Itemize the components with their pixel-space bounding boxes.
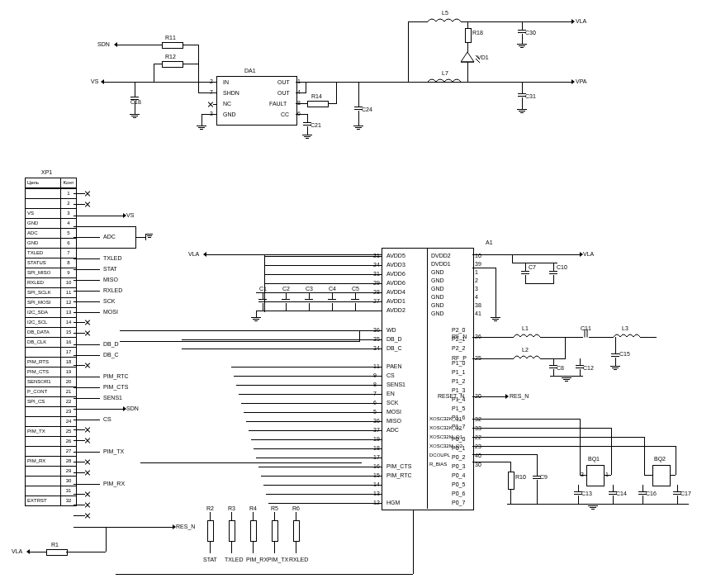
xp1-sig-2	[26, 199, 61, 209]
wire-cc	[296, 114, 307, 115]
stub-pimrx: PIM_RX	[103, 481, 125, 486]
stub-pimcts: PIM_CTS	[103, 384, 128, 390]
w-stub-txled	[73, 258, 100, 259]
xp1-pin-8: 8	[61, 258, 77, 268]
c12-ref: C12	[583, 365, 594, 371]
a1-p1-3: P1_3	[452, 387, 465, 393]
c18-sym	[130, 97, 139, 97]
xp1-stub-27	[73, 472, 85, 473]
a1-p0-7: P0_7	[452, 500, 465, 505]
a1-r-GND3: GND	[431, 277, 444, 283]
c18-ref: C18	[130, 99, 141, 105]
c2-el: C2	[282, 286, 290, 292]
w-dcoupl	[472, 454, 537, 455]
a1-llw-11	[258, 467, 382, 467]
xp1-pin-3: 3	[61, 209, 77, 219]
xp1-sig-26	[26, 437, 61, 447]
a1-llw-12	[261, 476, 382, 477]
net-sdn-xp1: SDN	[126, 405, 139, 411]
r3: R3	[228, 505, 235, 511]
r18-symbol	[465, 28, 472, 43]
c16	[643, 496, 643, 504]
w-bq2-l	[644, 475, 652, 476]
w-xosc32m2	[472, 446, 676, 447]
c14	[613, 496, 614, 504]
w-stub-pimrtc	[73, 377, 100, 377]
a1-rn-1: 39	[475, 261, 481, 267]
c15-ref: C15	[619, 351, 630, 357]
a1-p1-5: P1_5	[452, 405, 465, 411]
r10-sym	[508, 472, 514, 490]
a1-ll-12: PIM_RTC	[386, 472, 412, 478]
w-stub-rxled	[73, 291, 100, 292]
r2: R2	[206, 505, 214, 511]
c11-l	[573, 337, 583, 338]
a1-r-DVDD11: DVDD1	[431, 261, 451, 267]
r2	[207, 520, 214, 542]
xp1-sig-21: P_CONT	[26, 387, 61, 397]
xp1-sig-15: DB_DATA	[26, 328, 61, 338]
xp1-sig-18: PIM_RTS	[26, 358, 61, 368]
xp1-nc-24	[85, 438, 90, 443]
gnd-dvdd-h	[472, 268, 496, 268]
c31-ref: C31	[525, 93, 536, 99]
bq2-sym	[652, 465, 671, 486]
w-xo3-v	[644, 437, 645, 475]
xp1-nc-23	[85, 427, 90, 432]
xp1-sig-9: SPI_MISO	[26, 268, 61, 278]
a1-l-AVDD15: AVDD1	[386, 298, 405, 304]
a1-p2-2: P2_2	[452, 345, 465, 351]
bottom-bus	[116, 574, 413, 575]
r5	[272, 520, 278, 542]
c7c10-bot	[525, 283, 554, 284]
xp1-sig-23	[26, 407, 61, 417]
a1-p2-0: P2_0	[452, 327, 465, 333]
xp1-pin-16: 16	[61, 338, 77, 348]
xp1-stub-24	[73, 440, 85, 441]
wire-rfp	[472, 358, 514, 359]
net-vs-top: VS	[91, 78, 98, 84]
c24-lead-b	[358, 111, 359, 126]
wire-xp1-gnd-ext	[135, 237, 145, 238]
xp1-sig-11: SPI_SCLK	[26, 288, 61, 298]
xp1-pin-24: 24	[61, 417, 77, 427]
da1-pin-out2: OUT	[277, 90, 290, 96]
a1-rn-3: 2	[475, 277, 478, 283]
xp1-sig-30	[26, 477, 61, 486]
l3-sym	[614, 332, 640, 339]
da1-ref: DA1	[244, 68, 256, 74]
a1-p1-1: P1_1	[452, 369, 465, 375]
rf-p-label: RF_P	[452, 355, 467, 361]
c4-el: C4	[329, 286, 336, 292]
w-bq2-r	[670, 475, 676, 476]
xp1-nc-1	[85, 191, 90, 196]
a1-llw-8	[251, 439, 382, 440]
c3-el: C3	[306, 286, 313, 292]
c4-el	[332, 292, 333, 299]
xp1-stub-30	[73, 505, 85, 505]
r1-v	[106, 527, 107, 552]
a1-r-GND2: GND	[431, 269, 444, 275]
l7-ref: L7	[442, 70, 448, 76]
xtal-gnd-bus	[507, 504, 689, 505]
xp1-stub-23	[73, 429, 85, 430]
reset-label: RESET_N	[438, 393, 464, 399]
wire-l5-l	[408, 21, 428, 22]
da1-pin-fault: FAULT	[269, 101, 287, 107]
c13: C13	[581, 491, 592, 496]
c30-lead-b	[522, 34, 523, 44]
net-vla-dvdd: VLA	[583, 251, 594, 257]
xp1-stub-31	[73, 515, 85, 516]
r1-symbol	[46, 549, 68, 556]
a1-p0-2: P0_2	[452, 454, 465, 460]
bottom-lbl-4: RXLED	[289, 557, 308, 562]
vd1-ref: VD1	[477, 55, 489, 60]
a1-llw-13	[263, 485, 382, 486]
a1-ll-7: ADC	[386, 427, 399, 433]
c30-lead-t	[522, 21, 523, 30]
net-vpa: VPA	[576, 78, 587, 84]
xp1-nc-26	[85, 459, 90, 464]
c9-b	[537, 480, 538, 504]
wire-nc	[213, 104, 216, 105]
r4	[253, 512, 254, 520]
